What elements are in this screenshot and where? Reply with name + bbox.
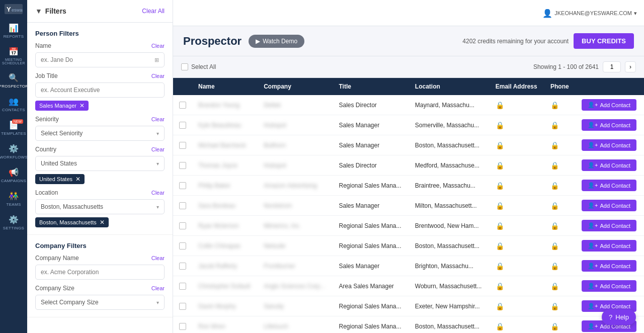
add-contact-button[interactable]: 👤+ Add Contact bbox=[582, 139, 636, 151]
main-content: 👤 JKEOHANE@YESWARE.COM ▾ Prospector ▶ Wa… bbox=[173, 0, 644, 333]
row-title: Regional Sales Mana... bbox=[333, 176, 409, 196]
seniority-select[interactable]: Select Seniority ▾ bbox=[35, 126, 165, 141]
location-select[interactable]: Boston, Massachusetts ▾ bbox=[35, 199, 165, 214]
add-contact-label: Add Contact bbox=[600, 142, 630, 148]
sidebar-item-templates[interactable]: NEW 📄 TEMPLATES bbox=[0, 116, 27, 140]
add-contact-button[interactable]: 👤+ Add Contact bbox=[582, 180, 636, 191]
seniority-label: Seniority bbox=[35, 116, 59, 123]
add-contact-button[interactable]: 👤+ Add Contact bbox=[582, 99, 636, 111]
add-contact-button[interactable]: 👤+ Add Contact bbox=[582, 159, 636, 171]
job-title-clear-button[interactable]: Clear bbox=[151, 73, 165, 79]
clear-all-button[interactable]: Clear All bbox=[142, 8, 165, 15]
company-size-filter-row: Company Size Clear bbox=[35, 285, 165, 292]
location-tag[interactable]: Boston, Massachusetts ✕ bbox=[35, 217, 109, 227]
sidebar-item-contacts[interactable]: 👥 CONTACTS bbox=[0, 93, 27, 116]
company-size-select[interactable]: Select Company Size ▾ bbox=[35, 295, 165, 310]
country-tag-remove[interactable]: ✕ bbox=[75, 176, 80, 183]
page-number-input[interactable] bbox=[603, 61, 621, 72]
add-contact-label: Add Contact bbox=[600, 162, 630, 169]
location-chevron: ▾ bbox=[156, 204, 159, 210]
seniority-value: Select Seniority bbox=[41, 130, 83, 137]
company-name-input[interactable] bbox=[41, 269, 159, 276]
add-contact-icon: 👤+ bbox=[588, 182, 598, 189]
row-location: Boston, Massachusett... bbox=[409, 236, 490, 256]
select-all-label[interactable]: Select All bbox=[181, 63, 216, 70]
row-checkbox[interactable] bbox=[179, 283, 186, 290]
country-tag[interactable]: United States ✕ bbox=[35, 174, 85, 184]
country-chevron: ▾ bbox=[156, 161, 159, 166]
table-header-email[interactable]: Email Address bbox=[490, 78, 544, 95]
row-phone: 🔒 bbox=[544, 155, 576, 176]
row-checkbox[interactable] bbox=[179, 182, 186, 189]
row-email: 🔒 bbox=[490, 296, 544, 316]
table-row: Christopher Dufault Anglo Sciences Corp.… bbox=[173, 276, 644, 296]
row-title: Sales Manager bbox=[333, 115, 409, 135]
row-checkbox[interactable] bbox=[179, 142, 186, 149]
table-header-phone[interactable]: Phone bbox=[544, 78, 576, 95]
next-page-button[interactable]: › bbox=[625, 61, 636, 72]
row-company: Frontburner bbox=[258, 256, 333, 276]
row-checkbox[interactable] bbox=[179, 162, 186, 169]
user-info-area[interactable]: 👤 JKEOHANE@YESWARE.COM ▾ bbox=[542, 8, 637, 18]
watch-demo-button[interactable]: ▶ Watch Demo bbox=[249, 35, 304, 48]
results-table-area: Name Company Title Location Email Addres… bbox=[173, 78, 644, 333]
row-phone: 🔒 bbox=[544, 216, 576, 236]
job-title-tag[interactable]: Sales Manager ✕ bbox=[35, 101, 89, 111]
add-contact-button[interactable]: 👤+ Add Contact bbox=[582, 240, 636, 252]
seniority-clear-button[interactable]: Clear bbox=[151, 116, 165, 122]
country-select[interactable]: United States ▾ bbox=[35, 156, 165, 171]
row-email: 🔒 bbox=[490, 216, 544, 236]
row-checkbox[interactable] bbox=[179, 102, 186, 109]
company-size-clear-button[interactable]: Clear bbox=[151, 285, 165, 291]
help-button[interactable]: ? Help bbox=[602, 309, 636, 325]
table-header-location[interactable]: Location bbox=[409, 78, 490, 95]
buy-credits-button[interactable]: BUY CREDITS bbox=[574, 33, 634, 49]
add-contact-button[interactable]: 👤+ Add Contact bbox=[582, 280, 636, 292]
add-contact-button[interactable]: 👤+ Add Contact bbox=[582, 260, 636, 272]
add-contact-label: Add Contact bbox=[600, 303, 630, 309]
sidebar-item-meeting-scheduler[interactable]: 📅 MEETINGSCHEDULER bbox=[0, 43, 27, 69]
country-clear-button[interactable]: Clear bbox=[151, 146, 165, 152]
email-lock-icon: 🔒 bbox=[496, 101, 504, 109]
table-header-company[interactable]: Company bbox=[258, 78, 333, 95]
job-title-input[interactable] bbox=[41, 87, 159, 94]
sidebar-item-campaigns[interactable]: 📢 CAMPAIGNS bbox=[0, 163, 27, 187]
row-checkbox-cell bbox=[173, 95, 192, 115]
name-clear-button[interactable]: Clear bbox=[151, 43, 165, 49]
select-all-checkbox[interactable] bbox=[181, 63, 188, 70]
job-title-tag-remove[interactable]: ✕ bbox=[79, 102, 85, 109]
row-checkbox[interactable] bbox=[179, 303, 186, 310]
row-email: 🔒 bbox=[490, 115, 544, 135]
row-company: Hubspot bbox=[258, 115, 333, 135]
row-action: 👤+ Add Contact bbox=[576, 135, 644, 155]
video-icon: ▶ bbox=[256, 38, 260, 45]
company-name-clear-button[interactable]: Clear bbox=[151, 255, 165, 261]
row-email: 🔒 bbox=[490, 135, 544, 155]
page-title: Prospector bbox=[183, 35, 242, 48]
email-lock-icon: 🔒 bbox=[496, 282, 504, 290]
email-lock-icon: 🔒 bbox=[496, 202, 504, 210]
add-contact-icon: 👤+ bbox=[588, 162, 598, 169]
yesware-logo[interactable]: Y esware bbox=[4, 4, 24, 14]
location-tag-remove[interactable]: ✕ bbox=[100, 219, 105, 226]
row-checkbox[interactable] bbox=[179, 222, 186, 229]
row-checkbox[interactable] bbox=[179, 122, 186, 129]
sidebar-item-prospector[interactable]: 🔍 PROSPECTOR bbox=[0, 69, 27, 93]
sidebar-item-teams[interactable]: 👫 TEAMS bbox=[0, 187, 27, 211]
phone-lock-icon: 🔒 bbox=[550, 222, 559, 230]
sidebar-item-settings[interactable]: ⚙️ SETTINGS bbox=[0, 211, 27, 234]
location-clear-button[interactable]: Clear bbox=[151, 190, 165, 196]
name-input[interactable] bbox=[41, 56, 154, 63]
add-contact-button[interactable]: 👤+ Add Contact bbox=[582, 119, 636, 131]
add-contact-button[interactable]: 👤+ Add Contact bbox=[582, 220, 636, 231]
row-checkbox[interactable] bbox=[179, 263, 186, 270]
table-header-name[interactable]: Name bbox=[192, 78, 258, 95]
row-phone: 🔒 bbox=[544, 135, 576, 155]
table-header-title[interactable]: Title bbox=[333, 78, 409, 95]
row-checkbox[interactable] bbox=[179, 323, 186, 330]
add-contact-button[interactable]: 👤+ Add Contact bbox=[582, 200, 636, 211]
row-checkbox[interactable] bbox=[179, 242, 186, 249]
row-checkbox[interactable] bbox=[179, 202, 186, 209]
sidebar-item-workflows[interactable]: ⚙️ WORKFLOWS bbox=[0, 140, 27, 163]
sidebar-item-reports[interactable]: 📊 REPORTS bbox=[0, 19, 27, 43]
